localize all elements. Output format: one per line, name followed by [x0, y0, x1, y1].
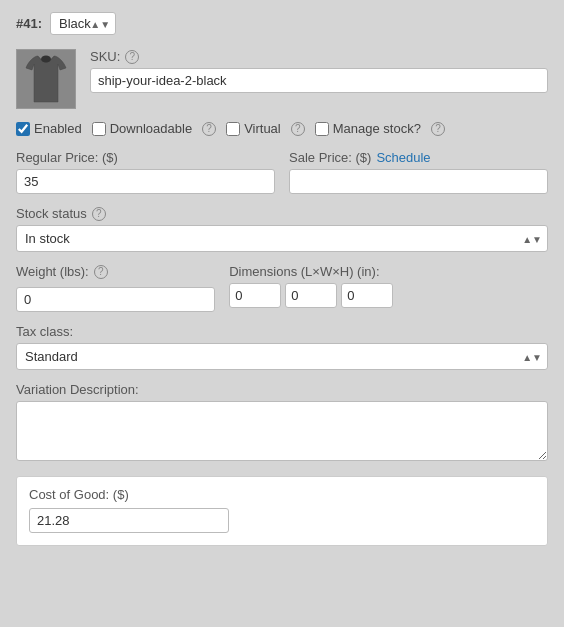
cost-of-good-label: Cost of Good: ($) [29, 487, 535, 502]
tax-class-label-text: Tax class: [16, 324, 73, 339]
tax-class-label: Tax class: [16, 324, 548, 339]
checkboxes-row: Enabled Downloadable ? Virtual ? Manage … [16, 121, 548, 136]
color-select-wrapper: Black White Red Blue ▲▼ [50, 12, 116, 35]
virtual-checkbox[interactable] [226, 122, 240, 136]
sale-price-label-text: Sale Price: ($) [289, 150, 371, 165]
sku-label-row: SKU: ? [90, 49, 548, 64]
tax-class-section: Tax class: Standard Reduced rate Zero ra… [16, 324, 548, 370]
cost-of-good-input[interactable] [29, 508, 229, 533]
virtual-label: Virtual [244, 121, 281, 136]
dimensions-h-input[interactable] [341, 283, 393, 308]
sale-price-input[interactable] [289, 169, 548, 194]
sku-help-icon[interactable]: ? [125, 50, 139, 64]
variation-panel: #41: Black White Red Blue ▲▼ SKU: ? [0, 0, 564, 627]
color-select[interactable]: Black White Red Blue [50, 12, 116, 35]
variation-desc-label: Variation Description: [16, 382, 548, 397]
manage-stock-label: Manage stock? [333, 121, 421, 136]
manage-stock-help-icon[interactable]: ? [431, 122, 445, 136]
dimensions-label-text: Dimensions (L×W×H) (in): [229, 264, 379, 279]
weight-dimensions-row: Weight (lbs): ? Dimensions (L×W×H) (in): [16, 264, 548, 312]
sale-price-label: Sale Price: ($) Schedule [289, 150, 548, 165]
virtual-help-icon[interactable]: ? [291, 122, 305, 136]
image-sku-row: SKU: ? [16, 49, 548, 109]
tax-class-select[interactable]: Standard Reduced rate Zero rate [16, 343, 548, 370]
manage-stock-checkbox-item: Manage stock? [315, 121, 421, 136]
dimensions-l-input[interactable] [229, 283, 281, 308]
downloadable-checkbox[interactable] [92, 122, 106, 136]
stock-status-help-icon[interactable]: ? [92, 207, 106, 221]
regular-price-label-text: Regular Price: ($) [16, 150, 118, 165]
regular-price-input[interactable] [16, 169, 275, 194]
schedule-link[interactable]: Schedule [376, 150, 430, 165]
weight-label-row: Weight (lbs): ? [16, 264, 215, 279]
enabled-label: Enabled [34, 121, 82, 136]
enabled-checkbox-item: Enabled [16, 121, 82, 136]
dimensions-group: Dimensions (L×W×H) (in): [229, 264, 548, 312]
tax-select-wrapper: Standard Reduced rate Zero rate ▲▼ [16, 343, 548, 370]
stock-select-wrapper: In stock Out of stock On backorder ▲▼ [16, 225, 548, 252]
dimensions-inputs [229, 283, 548, 308]
stock-status-label-row: Stock status ? [16, 206, 548, 221]
weight-group: Weight (lbs): ? [16, 264, 215, 312]
sku-section: SKU: ? [90, 49, 548, 109]
sku-input[interactable] [90, 68, 548, 93]
dimensions-w-input[interactable] [285, 283, 337, 308]
stock-status-section: Stock status ? In stock Out of stock On … [16, 206, 548, 252]
hoodie-svg-icon [24, 54, 68, 104]
manage-stock-checkbox[interactable] [315, 122, 329, 136]
stock-status-label-text: Stock status [16, 206, 87, 221]
virtual-checkbox-item: Virtual [226, 121, 281, 136]
product-image[interactable] [16, 49, 76, 109]
downloadable-help-icon[interactable]: ? [202, 122, 216, 136]
variation-description-section: Variation Description: [16, 382, 548, 464]
sku-label-text: SKU: [90, 49, 120, 64]
dimensions-label: Dimensions (L×W×H) (in): [229, 264, 548, 279]
regular-price-label: Regular Price: ($) [16, 150, 275, 165]
svg-point-0 [41, 56, 51, 63]
variation-description-textarea[interactable] [16, 401, 548, 461]
downloadable-label: Downloadable [110, 121, 192, 136]
weight-label-text: Weight (lbs): [16, 264, 89, 279]
enabled-checkbox[interactable] [16, 122, 30, 136]
stock-status-select[interactable]: In stock Out of stock On backorder [16, 225, 548, 252]
weight-help-icon[interactable]: ? [94, 265, 108, 279]
regular-price-group: Regular Price: ($) [16, 150, 275, 194]
cost-of-good-section: Cost of Good: ($) [16, 476, 548, 546]
sale-price-group: Sale Price: ($) Schedule [289, 150, 548, 194]
weight-input[interactable] [16, 287, 215, 312]
price-row: Regular Price: ($) Sale Price: ($) Sched… [16, 150, 548, 194]
top-bar: #41: Black White Red Blue ▲▼ [16, 12, 548, 35]
variation-id: #41: [16, 16, 42, 31]
downloadable-checkbox-item: Downloadable [92, 121, 192, 136]
